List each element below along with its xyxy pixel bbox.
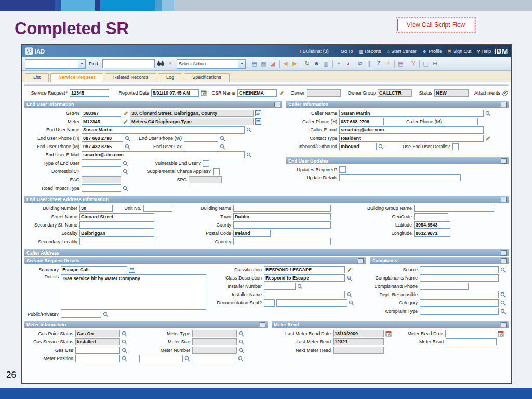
magnifier-icon[interactable] bbox=[184, 356, 190, 362]
end-user-name-input[interactable]: Susan Martin bbox=[82, 126, 245, 134]
summary-input[interactable]: Escape Call bbox=[61, 266, 127, 273]
end-user-email-input[interactable]: smartin@abc.com bbox=[82, 151, 245, 158]
details-textarea[interactable]: Gas service hit by Water Company bbox=[61, 274, 206, 310]
magnifier-icon[interactable] bbox=[122, 348, 127, 353]
menu-go-to[interactable]: →Go To bbox=[335, 49, 353, 54]
dept-responsible-input[interactable] bbox=[420, 291, 499, 298]
magnifier-icon[interactable] bbox=[220, 144, 225, 150]
collapse-icon[interactable] bbox=[501, 158, 507, 164]
gas-use-input[interactable] bbox=[75, 347, 120, 354]
meter-read-date-input[interactable] bbox=[445, 330, 496, 337]
detail-icon[interactable] bbox=[255, 118, 261, 125]
pencil-icon[interactable] bbox=[123, 111, 128, 116]
complainants-phone-input[interactable] bbox=[420, 283, 469, 290]
magnifier-icon[interactable] bbox=[349, 300, 354, 306]
end-user-phone-w-input[interactable] bbox=[184, 135, 218, 142]
menu-reports[interactable]: ▥Reports bbox=[359, 49, 381, 54]
unit-no-input[interactable] bbox=[143, 205, 172, 212]
calendar-icon[interactable] bbox=[201, 90, 207, 96]
duplicate-record-icon[interactable]: ⧉ bbox=[357, 60, 364, 68]
installer-name-input[interactable] bbox=[264, 291, 345, 298]
update-details-input[interactable] bbox=[339, 174, 461, 181]
calendar-icon[interactable] bbox=[385, 330, 392, 337]
magnifier-icon[interactable] bbox=[123, 161, 128, 166]
magnifier-icon[interactable] bbox=[123, 185, 128, 191]
street-name-input[interactable]: Clonard Street bbox=[79, 213, 154, 220]
view-call-script-flow-button[interactable]: View Call Script Flow bbox=[397, 19, 474, 31]
grpn-input[interactable]: 368367 bbox=[82, 110, 121, 117]
magnifier-icon[interactable] bbox=[122, 331, 127, 337]
magnifier-icon[interactable] bbox=[125, 136, 130, 141]
search-options-icon[interactable]: ▼ bbox=[168, 61, 172, 66]
menu-profile[interactable]: ☻Profile bbox=[422, 49, 442, 54]
alerts-icon[interactable]: ⚠ bbox=[385, 60, 392, 68]
magnifier-icon[interactable] bbox=[297, 284, 303, 289]
next-record-icon[interactable]: ▶ bbox=[291, 60, 298, 68]
end-user-phone-h-input[interactable]: 087 668 2798 bbox=[82, 135, 123, 142]
country-input[interactable] bbox=[233, 238, 331, 245]
tab-log[interactable]: Log bbox=[158, 73, 182, 82]
classification-input[interactable]: RESPOND / ESCAPE bbox=[264, 266, 345, 273]
previous-record-icon[interactable]: ◀ bbox=[282, 60, 289, 68]
documentation-sent-input[interactable] bbox=[264, 299, 275, 307]
magnifier-icon[interactable] bbox=[238, 348, 244, 353]
change-status-icon[interactable]: ↻ bbox=[304, 60, 311, 68]
pencil-icon[interactable] bbox=[278, 90, 284, 96]
csr-name-input[interactable]: CHEINEMA bbox=[237, 89, 277, 97]
magnifier-icon[interactable] bbox=[122, 356, 127, 362]
meter-position-3-input[interactable] bbox=[195, 355, 236, 362]
tab-list[interactable]: List bbox=[25, 73, 49, 82]
public-private-input[interactable] bbox=[61, 311, 101, 318]
pencil-icon[interactable] bbox=[347, 267, 352, 273]
magnifier-icon[interactable] bbox=[238, 331, 244, 337]
end-user-fax-input[interactable] bbox=[184, 143, 218, 150]
collapse-icon[interactable] bbox=[501, 197, 507, 202]
paperclip-icon[interactable] bbox=[502, 90, 509, 97]
magnifier-icon[interactable] bbox=[347, 275, 352, 281]
stop-timer-icon[interactable]: ◕ bbox=[344, 60, 351, 68]
pencil-icon[interactable] bbox=[485, 136, 491, 141]
meter-position-2-input[interactable] bbox=[139, 355, 183, 362]
magnifier-icon[interactable] bbox=[238, 339, 244, 345]
collapse-icon[interactable] bbox=[260, 322, 265, 327]
detail-icon[interactable] bbox=[129, 267, 135, 273]
contact-type-input[interactable]: Resident bbox=[339, 135, 484, 142]
postal-code-input[interactable]: Ireland bbox=[233, 230, 271, 237]
history-icon[interactable]: Z bbox=[376, 60, 382, 68]
geocode-input[interactable] bbox=[414, 213, 448, 220]
source-input[interactable] bbox=[420, 266, 499, 273]
magnifier-icon[interactable] bbox=[485, 111, 491, 116]
caller-phone-h-input[interactable]: 087 668 2798 bbox=[339, 118, 384, 125]
magnifier-icon[interactable] bbox=[500, 292, 506, 298]
caller-email-input[interactable]: smarting@abc.com bbox=[339, 126, 484, 134]
collapse-icon[interactable] bbox=[274, 102, 280, 107]
select-owner-icon[interactable]: ☻ bbox=[313, 60, 320, 68]
county-input[interactable] bbox=[233, 221, 331, 229]
binoculars-icon[interactable] bbox=[157, 61, 165, 66]
documentation-sent-desc-input[interactable] bbox=[276, 299, 347, 307]
meter-position-input[interactable] bbox=[75, 355, 120, 362]
building-name-input[interactable] bbox=[233, 205, 331, 212]
tab-service-request[interactable]: Service Request bbox=[50, 73, 103, 82]
vulnerable-end-user-checkbox[interactable] bbox=[203, 160, 209, 167]
inbound-outbound-input[interactable]: Inbound bbox=[339, 143, 377, 150]
class-description-input[interactable]: Respond to Escape bbox=[264, 274, 345, 282]
select-action[interactable]: Select Action ▼ bbox=[177, 59, 246, 69]
type-of-end-user-input[interactable] bbox=[82, 159, 121, 167]
collapse-icon[interactable] bbox=[501, 258, 507, 263]
magnifier-icon[interactable] bbox=[347, 292, 352, 298]
meter-input[interactable]: M12345 bbox=[82, 118, 121, 125]
collapse-icon[interactable] bbox=[501, 250, 507, 256]
magnifier-icon[interactable] bbox=[123, 169, 128, 175]
find-input[interactable] bbox=[102, 59, 155, 68]
secondary-locality-input[interactable] bbox=[79, 238, 154, 245]
magnifier-icon[interactable] bbox=[500, 309, 506, 314]
magnifier-icon[interactable] bbox=[246, 152, 252, 158]
menu-help[interactable]: ?Help bbox=[477, 49, 491, 54]
building-number-input[interactable]: 30 bbox=[79, 205, 113, 212]
latitude-input[interactable]: 3954.6543 bbox=[414, 221, 450, 229]
clear-changes-icon[interactable]: ◪ bbox=[270, 60, 276, 68]
road-impact-type-input[interactable] bbox=[82, 184, 121, 192]
assignment-report-icon[interactable]: ▤ bbox=[397, 60, 404, 68]
menu-sign-out[interactable]: ✖Sign Out bbox=[448, 49, 472, 54]
